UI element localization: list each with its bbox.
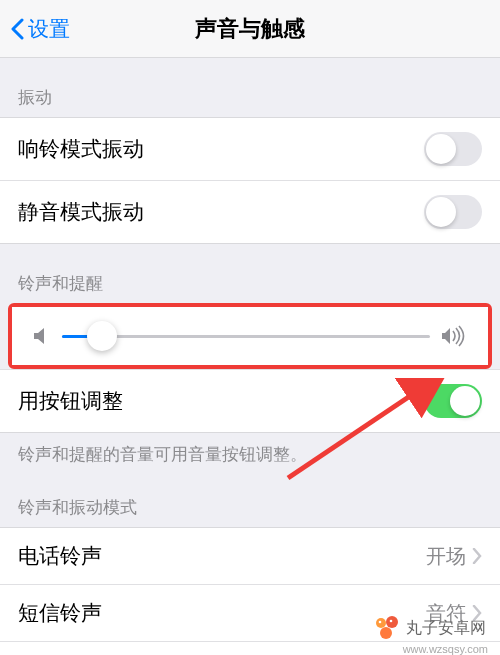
row-volume-slider bbox=[12, 307, 488, 365]
volume-high-icon bbox=[442, 325, 466, 347]
page-title: 声音与触感 bbox=[195, 14, 305, 44]
volume-slider-highlight bbox=[8, 303, 492, 369]
row-ring-vibrate[interactable]: 响铃模式振动 bbox=[0, 117, 500, 181]
slider-thumb[interactable] bbox=[87, 321, 117, 351]
row-ringtone[interactable]: 电话铃声 开场 bbox=[0, 527, 500, 585]
svg-point-5 bbox=[390, 620, 393, 623]
row-label: 短信铃声 bbox=[18, 599, 102, 627]
toggle-ring-vibrate[interactable] bbox=[424, 132, 482, 166]
row-label: 静音模式振动 bbox=[18, 198, 144, 226]
row-label: 响铃模式振动 bbox=[18, 135, 144, 163]
svg-point-1 bbox=[376, 618, 386, 628]
volume-low-icon bbox=[34, 327, 50, 345]
svg-point-2 bbox=[386, 616, 398, 628]
row-silent-vibrate[interactable]: 静音模式振动 bbox=[0, 181, 500, 244]
row-label: 用按钮调整 bbox=[18, 387, 123, 415]
watermark-logo-icon bbox=[374, 615, 400, 641]
row-label: 电话铃声 bbox=[18, 542, 102, 570]
nav-header: 设置 声音与触感 bbox=[0, 0, 500, 58]
row-change-with-buttons[interactable]: 用按钮调整 bbox=[0, 369, 500, 433]
section-header-vibration: 振动 bbox=[0, 58, 500, 117]
watermark-text: 丸子安卓网 bbox=[406, 618, 486, 639]
watermark: 丸子安卓网 bbox=[374, 615, 486, 641]
section-header-ringer: 铃声和提醒 bbox=[0, 244, 500, 303]
back-label: 设置 bbox=[28, 15, 70, 43]
svg-point-4 bbox=[379, 621, 382, 624]
chevron-right-icon bbox=[472, 548, 482, 564]
watermark-url: www.wzsqsy.com bbox=[403, 643, 488, 655]
chevron-left-icon bbox=[10, 18, 24, 40]
row-value: 开场 bbox=[426, 543, 466, 570]
back-button[interactable]: 设置 bbox=[0, 15, 70, 43]
toggle-silent-vibrate[interactable] bbox=[424, 195, 482, 229]
section-header-patterns: 铃声和振动模式 bbox=[0, 486, 500, 527]
section-footer-ringer: 铃声和提醒的音量可用音量按钮调整。 bbox=[0, 433, 500, 486]
toggle-change-with-buttons[interactable] bbox=[424, 384, 482, 418]
volume-slider[interactable] bbox=[62, 335, 430, 338]
svg-point-3 bbox=[380, 627, 392, 639]
